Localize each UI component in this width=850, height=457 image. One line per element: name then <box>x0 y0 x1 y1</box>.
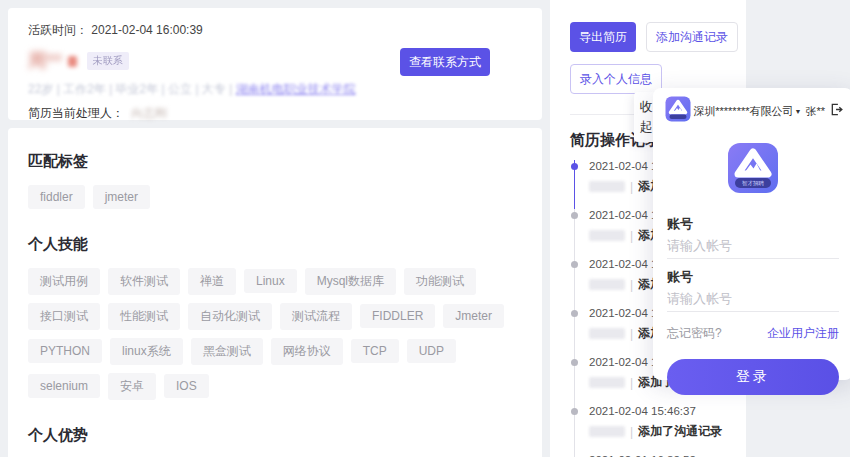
gender-flag-icon <box>68 56 77 67</box>
skill-tag: Jmeter <box>443 304 504 328</box>
skill-tag: FIDDLER <box>360 304 435 328</box>
account-label-1: 账号 <box>667 215 839 233</box>
resume-detail-card: 匹配标签 fiddlerjmeter 个人技能 测试用例软件测试禅道LinuxM… <box>8 128 542 457</box>
timeline-entry: 2021-02-04 15:46:37|添加了沟通记录 <box>574 405 746 454</box>
account-label-2: 账号 <box>667 268 839 286</box>
separator: | <box>630 425 633 439</box>
skill-tag: 测试用例 <box>28 268 100 295</box>
input-personal-info-button[interactable]: 录入个人信息 <box>570 64 662 94</box>
account-input-1[interactable] <box>667 233 839 259</box>
separator: | <box>630 278 633 292</box>
skill-tag: 自动化测试 <box>188 303 272 330</box>
login-button[interactable]: 登录 <box>667 359 839 395</box>
match-tags-list: fiddlerjmeter <box>28 185 522 217</box>
active-time-value: 2021-02-04 16:00:39 <box>91 23 202 37</box>
advantage-title: 个人优势 <box>28 426 522 445</box>
separator: | <box>630 327 633 341</box>
handler-label: 简历当前处理人： <box>28 106 124 120</box>
separator: | <box>630 180 633 194</box>
logo-caption: 智才招聘 <box>742 180 765 187</box>
skill-tag: 性能测试 <box>108 303 180 330</box>
export-resume-button[interactable]: 导出简历 <box>570 22 636 52</box>
enterprise-register-link[interactable]: 企业用户注册 <box>767 325 839 342</box>
candidate-name: 周** <box>28 48 62 74</box>
skill-tag: jmeter <box>93 185 150 209</box>
skills-title: 个人技能 <box>28 235 522 254</box>
redacted-operator-name <box>589 230 625 241</box>
view-contact-button[interactable]: 查看联系方式 <box>400 48 490 76</box>
logout-icon[interactable] <box>830 102 843 120</box>
status-badge: 未联系 <box>87 52 129 70</box>
timeline-dot-icon <box>571 212 578 219</box>
handler-name: 向志刚 <box>131 106 167 120</box>
skill-tag: 网络协议 <box>271 338 343 365</box>
skill-tag: 功能测试 <box>404 268 476 295</box>
match-tags-title: 匹配标签 <box>28 152 522 171</box>
timeline-dot-icon <box>571 163 578 170</box>
candidate-summary-card: 活跃时间： 2021-02-04 16:00:39 周** 未联系 22岁 | … <box>8 8 542 120</box>
skill-tag: Mysql数据库 <box>305 268 396 295</box>
skill-tag: linux系统 <box>110 338 183 365</box>
redacted-operator-name <box>589 377 625 388</box>
user-name: 张** <box>805 104 825 119</box>
skill-tag: 测试流程 <box>280 303 352 330</box>
candidate-basic-info: 22岁 | 工作2年 | 毕业2年 | 公立 | 大专 | 湖南机电职业技术学院 <box>28 81 522 98</box>
skill-tag: 软件测试 <box>108 268 180 295</box>
skills-list: 测试用例软件测试禅道LinuxMysql数据库功能测试接口测试性能测试自动化测试… <box>28 268 522 408</box>
chevron-down-icon: ▼ <box>795 108 802 115</box>
timeline-dot-icon <box>571 408 578 415</box>
skill-tag: Linux <box>244 269 297 293</box>
forgot-password-link[interactable]: 忘记密码? <box>667 325 722 342</box>
account-input-2[interactable] <box>667 286 839 312</box>
skill-tag: PYTHON <box>28 339 102 363</box>
school-link[interactable]: 湖南机电职业技术学院 <box>236 82 356 96</box>
separator: | <box>630 376 633 390</box>
timeline-dot-icon <box>571 310 578 317</box>
timeline-timestamp: 2021-02-04 15:46:37 <box>589 405 746 417</box>
timeline-action-text: 添加了沟通记录 <box>638 423 722 440</box>
skill-tag: 安卓 <box>108 373 156 400</box>
timeline-dot-icon <box>571 261 578 268</box>
redacted-operator-name <box>589 328 625 339</box>
skill-tag: selenium <box>28 374 100 398</box>
skill-tag: 接口测试 <box>28 303 100 330</box>
skill-tag: UDP <box>407 339 456 363</box>
company-dropdown[interactable]: 深圳********有限公司 <box>693 104 793 119</box>
redacted-operator-name <box>589 181 625 192</box>
add-communication-record-button[interactable]: 添加沟通记录 <box>646 22 738 52</box>
login-modal: 深圳********有限公司 ▼ 张** 智才招聘 账号 账号 忘记密码? 企业… <box>653 88 850 380</box>
active-time-row: 活跃时间： 2021-02-04 16:00:39 <box>28 22 522 39</box>
candidate-info-text: 22岁 | 工作2年 | 毕业2年 | 公立 | 大专 | <box>28 82 236 96</box>
app-logo-icon <box>665 96 691 126</box>
skill-tag: 黑盒测试 <box>191 338 263 365</box>
skill-tag: fiddler <box>28 185 85 209</box>
redacted-operator-name <box>589 426 625 437</box>
skill-tag: TCP <box>351 339 399 363</box>
redacted-operator-name <box>589 279 625 290</box>
active-time-label: 活跃时间： <box>28 23 88 37</box>
skill-tag: 禅道 <box>188 268 236 295</box>
separator: | <box>630 229 633 243</box>
skill-tag: IOS <box>164 374 209 398</box>
app-logo-large: 智才招聘 <box>727 142 779 194</box>
timeline-dot-icon <box>571 359 578 366</box>
